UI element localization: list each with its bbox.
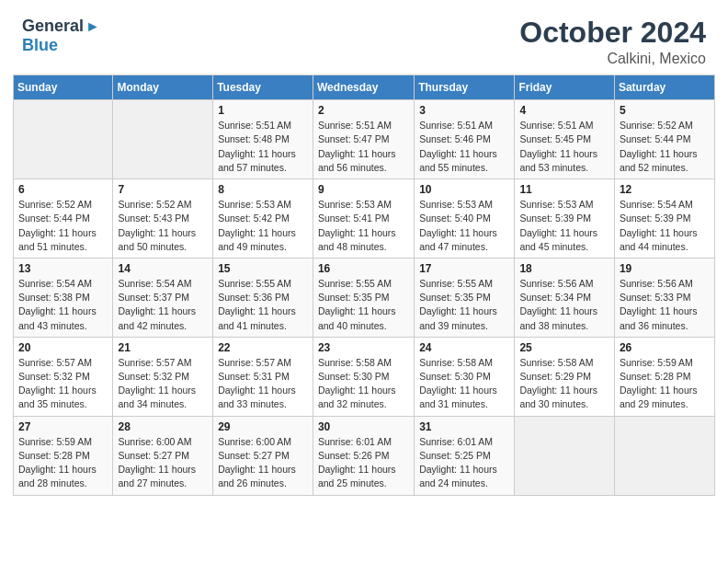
day-info: Sunrise: 5:53 AM Sunset: 5:41 PM Dayligh… — [318, 198, 409, 254]
day-number: 31 — [419, 420, 509, 433]
calendar-cell: 2Sunrise: 5:51 AM Sunset: 5:47 PM Daylig… — [313, 100, 414, 179]
calendar-cell: 31Sunrise: 6:01 AM Sunset: 5:25 PM Dayli… — [415, 416, 515, 495]
day-info: Sunrise: 5:54 AM Sunset: 5:38 PM Dayligh… — [18, 277, 108, 333]
calendar-cell: 6Sunrise: 5:52 AM Sunset: 5:44 PM Daylig… — [14, 179, 113, 259]
header: General ► Blue October 2024 Calkini, Mex… — [0, 0, 728, 75]
day-info: Sunrise: 6:01 AM Sunset: 5:25 PM Dayligh… — [419, 435, 509, 491]
day-number: 22 — [218, 341, 308, 354]
calendar-cell: 16Sunrise: 5:55 AM Sunset: 5:35 PM Dayli… — [313, 258, 414, 337]
day-number: 13 — [18, 262, 108, 275]
day-info: Sunrise: 5:52 AM Sunset: 5:44 PM Dayligh… — [18, 198, 108, 254]
calendar-cell: 28Sunrise: 6:00 AM Sunset: 5:27 PM Dayli… — [113, 416, 213, 495]
day-info: Sunrise: 5:51 AM Sunset: 5:47 PM Dayligh… — [318, 119, 409, 175]
day-number: 17 — [419, 262, 509, 275]
col-sunday: Sunday — [14, 75, 113, 100]
day-info: Sunrise: 5:53 AM Sunset: 5:40 PM Dayligh… — [419, 198, 509, 254]
calendar-cell: 29Sunrise: 6:00 AM Sunset: 5:27 PM Dayli… — [213, 416, 313, 495]
col-tuesday: Tuesday — [213, 75, 313, 100]
day-number: 28 — [118, 420, 208, 433]
calendar-cell: 21Sunrise: 5:57 AM Sunset: 5:32 PM Dayli… — [113, 337, 213, 416]
subtitle: Calkini, Mexico — [519, 51, 706, 67]
day-number: 2 — [318, 104, 409, 117]
day-number: 1 — [218, 104, 308, 117]
day-number: 19 — [620, 262, 710, 275]
day-number: 10 — [419, 183, 509, 196]
calendar-cell: 19Sunrise: 5:56 AM Sunset: 5:33 PM Dayli… — [614, 258, 714, 337]
calendar-cell: 11Sunrise: 5:53 AM Sunset: 5:39 PM Dayli… — [515, 179, 614, 259]
calendar-cell — [113, 100, 213, 179]
day-number: 9 — [318, 183, 409, 196]
day-info: Sunrise: 5:54 AM Sunset: 5:37 PM Dayligh… — [118, 277, 208, 333]
calendar-cell — [515, 416, 614, 495]
calendar-cell — [14, 100, 113, 179]
calendar-week-row: 20Sunrise: 5:57 AM Sunset: 5:32 PM Dayli… — [14, 337, 715, 416]
col-monday: Monday — [113, 75, 213, 100]
calendar-cell: 4Sunrise: 5:51 AM Sunset: 5:45 PM Daylig… — [515, 100, 614, 179]
calendar-cell: 3Sunrise: 5:51 AM Sunset: 5:46 PM Daylig… — [415, 100, 515, 179]
calendar-cell: 15Sunrise: 5:55 AM Sunset: 5:36 PM Dayli… — [213, 258, 313, 337]
day-info: Sunrise: 6:00 AM Sunset: 5:27 PM Dayligh… — [118, 435, 208, 491]
title-section: October 2024 Calkini, Mexico — [519, 17, 706, 67]
day-info: Sunrise: 6:01 AM Sunset: 5:26 PM Dayligh… — [318, 435, 409, 491]
day-info: Sunrise: 5:54 AM Sunset: 5:39 PM Dayligh… — [620, 198, 710, 254]
day-number: 21 — [118, 341, 208, 354]
calendar-cell: 7Sunrise: 5:52 AM Sunset: 5:43 PM Daylig… — [113, 179, 213, 259]
calendar-table: Sunday Monday Tuesday Wednesday Thursday… — [13, 75, 715, 495]
day-info: Sunrise: 5:59 AM Sunset: 5:28 PM Dayligh… — [620, 356, 710, 412]
day-info: Sunrise: 5:52 AM Sunset: 5:43 PM Dayligh… — [118, 198, 208, 254]
calendar-cell: 20Sunrise: 5:57 AM Sunset: 5:32 PM Dayli… — [14, 337, 113, 416]
day-number: 7 — [118, 183, 208, 196]
day-number: 20 — [18, 341, 108, 354]
logo: General ► Blue — [22, 17, 100, 55]
col-friday: Friday — [515, 75, 614, 100]
day-number: 12 — [620, 183, 710, 196]
day-info: Sunrise: 5:56 AM Sunset: 5:34 PM Dayligh… — [519, 277, 609, 333]
calendar-cell: 25Sunrise: 5:58 AM Sunset: 5:29 PM Dayli… — [515, 337, 614, 416]
day-number: 26 — [620, 341, 710, 354]
col-thursday: Thursday — [415, 75, 515, 100]
day-info: Sunrise: 5:51 AM Sunset: 5:45 PM Dayligh… — [519, 119, 609, 175]
day-info: Sunrise: 5:51 AM Sunset: 5:46 PM Dayligh… — [419, 119, 509, 175]
day-info: Sunrise: 5:53 AM Sunset: 5:39 PM Dayligh… — [519, 198, 609, 254]
calendar-cell: 30Sunrise: 6:01 AM Sunset: 5:26 PM Dayli… — [313, 416, 414, 495]
day-number: 24 — [419, 341, 509, 354]
calendar-cell: 22Sunrise: 5:57 AM Sunset: 5:31 PM Dayli… — [213, 337, 313, 416]
day-info: Sunrise: 5:52 AM Sunset: 5:44 PM Dayligh… — [620, 119, 710, 175]
calendar-cell: 23Sunrise: 5:58 AM Sunset: 5:30 PM Dayli… — [313, 337, 414, 416]
col-wednesday: Wednesday — [313, 75, 414, 100]
day-info: Sunrise: 5:53 AM Sunset: 5:42 PM Dayligh… — [218, 198, 308, 254]
day-info: Sunrise: 5:59 AM Sunset: 5:28 PM Dayligh… — [18, 435, 108, 491]
day-info: Sunrise: 5:58 AM Sunset: 5:30 PM Dayligh… — [318, 356, 409, 412]
calendar-cell: 5Sunrise: 5:52 AM Sunset: 5:44 PM Daylig… — [614, 100, 714, 179]
calendar-cell: 27Sunrise: 5:59 AM Sunset: 5:28 PM Dayli… — [14, 416, 113, 495]
calendar-cell: 8Sunrise: 5:53 AM Sunset: 5:42 PM Daylig… — [213, 179, 313, 259]
day-number: 3 — [419, 104, 509, 117]
day-number: 16 — [318, 262, 409, 275]
day-number: 27 — [18, 420, 108, 433]
day-info: Sunrise: 5:57 AM Sunset: 5:31 PM Dayligh… — [218, 356, 308, 412]
day-number: 14 — [118, 262, 208, 275]
day-number: 30 — [318, 420, 409, 433]
day-info: Sunrise: 6:00 AM Sunset: 5:27 PM Dayligh… — [218, 435, 308, 491]
day-number: 29 — [218, 420, 308, 433]
day-info: Sunrise: 5:57 AM Sunset: 5:32 PM Dayligh… — [118, 356, 208, 412]
logo-blue-text: Blue — [22, 36, 58, 55]
day-info: Sunrise: 5:58 AM Sunset: 5:30 PM Dayligh… — [419, 356, 509, 412]
day-info: Sunrise: 5:58 AM Sunset: 5:29 PM Dayligh… — [519, 356, 609, 412]
day-number: 8 — [218, 183, 308, 196]
day-info: Sunrise: 5:55 AM Sunset: 5:35 PM Dayligh… — [419, 277, 509, 333]
day-info: Sunrise: 5:56 AM Sunset: 5:33 PM Dayligh… — [620, 277, 710, 333]
calendar-cell: 13Sunrise: 5:54 AM Sunset: 5:38 PM Dayli… — [14, 258, 113, 337]
day-info: Sunrise: 5:55 AM Sunset: 5:35 PM Dayligh… — [318, 277, 409, 333]
day-info: Sunrise: 5:57 AM Sunset: 5:32 PM Dayligh… — [18, 356, 108, 412]
col-saturday: Saturday — [614, 75, 714, 100]
day-info: Sunrise: 5:51 AM Sunset: 5:48 PM Dayligh… — [218, 119, 308, 175]
calendar-cell: 26Sunrise: 5:59 AM Sunset: 5:28 PM Dayli… — [614, 337, 714, 416]
day-number: 4 — [519, 104, 609, 117]
day-number: 15 — [218, 262, 308, 275]
logo-bird-icon: ► — [85, 18, 100, 35]
day-number: 11 — [519, 183, 609, 196]
calendar-header-row: Sunday Monday Tuesday Wednesday Thursday… — [14, 75, 715, 100]
calendar-cell: 17Sunrise: 5:55 AM Sunset: 5:35 PM Dayli… — [415, 258, 515, 337]
logo-general-text: General — [22, 17, 84, 36]
